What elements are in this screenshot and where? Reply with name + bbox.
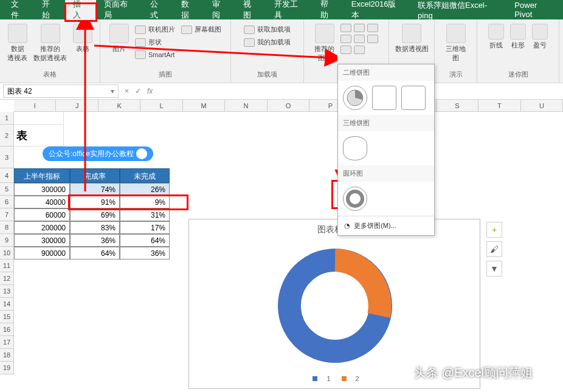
row-6[interactable]: 6 — [0, 196, 14, 208]
chevron-down-icon[interactable]: ▾ — [111, 87, 114, 95]
row-7[interactable]: 7 — [0, 208, 14, 221]
row-4[interactable]: 4 — [0, 168, 14, 183]
chart-title[interactable]: 图表标题 — [189, 219, 480, 235]
recommended-charts-button[interactable]: 推荐的 图表 — [314, 24, 334, 63]
embedded-chart[interactable]: 图表标题 1 2 — [188, 219, 480, 389]
screenshot-button[interactable]: 屏幕截图 — [181, 24, 221, 35]
row-11[interactable]: 11 — [0, 260, 14, 272]
table-button[interactable]: 表格 — [73, 24, 92, 53]
th-incomplete: 未完成 — [120, 168, 170, 183]
group-addins-label: 加载项 — [257, 70, 277, 81]
pie-chart-icon[interactable] — [354, 35, 365, 43]
name-box[interactable]: 图表 42 ▾ — [3, 84, 119, 98]
chart-styles-button[interactable]: 🖌 — [486, 241, 502, 257]
svg-point-1 — [348, 191, 362, 206]
row-18[interactable]: 18 — [0, 349, 14, 362]
pie-3d-option[interactable] — [343, 136, 367, 160]
th-index: 上半年指标 — [14, 168, 70, 183]
legend-1-swatch — [313, 376, 317, 381]
fx-icon[interactable]: fx — [147, 87, 153, 95]
recommended-pivot-button[interactable]: 推荐的 数据透视表 — [33, 24, 67, 63]
enter-icon[interactable]: ✓ — [135, 87, 141, 95]
pivot-chart-button[interactable]: 数据透视图 — [395, 24, 429, 53]
row-15[interactable]: 15 — [0, 311, 14, 323]
col-L[interactable]: L — [140, 100, 182, 111]
pivot-table-button[interactable]: 数据 透视表 — [7, 24, 27, 63]
col-U[interactable]: U — [521, 100, 563, 111]
more-pies-option[interactable]: ◔ 更多饼图(M)... — [338, 216, 434, 235]
row-19[interactable]: 19 — [0, 362, 14, 374]
formula-bar: 图表 42 ▾ × ✓ fx — [0, 83, 563, 100]
pie-2d-option[interactable] — [343, 86, 367, 110]
c-5-3[interactable]: 26% — [120, 183, 170, 196]
group-tables-label: 表格 — [43, 70, 57, 81]
smartart-button[interactable]: SmartArt — [135, 49, 175, 60]
th-complete: 完成率 — [70, 168, 120, 183]
row-12[interactable]: 12 — [0, 272, 14, 285]
row-13[interactable]: 13 — [0, 285, 14, 298]
legend-2-swatch — [342, 376, 347, 381]
ribbon: 数据 透视表 推荐的 数据透视表 表格 表格 图片 联机图片 形状 SmartA… — [0, 19, 563, 83]
pie-icon: ◔ — [344, 222, 350, 229]
col-M[interactable]: M — [183, 100, 225, 111]
chart-elements-button[interactable]: + — [486, 222, 502, 238]
bar-chart-icon[interactable] — [340, 24, 351, 32]
sparkline-winloss-button[interactable]: 盈亏 — [532, 24, 548, 50]
menubar: 文件 开始 插入 页面布局 公式 数据 审阅 视图 开发工具 帮助 Excel2… — [0, 0, 563, 19]
line-chart-icon[interactable] — [354, 24, 365, 32]
c-5-2[interactable]: 74% — [70, 183, 120, 196]
picture-button[interactable]: 图片 — [109, 24, 129, 53]
row-8[interactable]: 8 — [0, 221, 14, 234]
avatar-icon — [136, 148, 147, 159]
section-donut: 圆环图 — [338, 165, 434, 182]
shapes-button[interactable]: 形状 — [135, 36, 175, 48]
watermark: 头条 @Excel顾问萍姐 — [414, 365, 533, 381]
row-17[interactable]: 17 — [0, 336, 14, 349]
col-O[interactable]: O — [268, 100, 309, 111]
group-illustrations-label: 插图 — [159, 70, 172, 81]
col-S[interactable]: S — [437, 100, 478, 111]
chart-filters-button[interactable]: ▼ — [486, 261, 502, 277]
row-3[interactable]: 3 — [0, 146, 14, 168]
donut-chart — [274, 245, 396, 366]
row-16[interactable]: 16 — [0, 323, 14, 336]
chart-side-tools: + 🖌 ▼ — [486, 222, 502, 277]
pie-chart-menu: 二维饼图 三维饼图 圆环图 ◔ 更多饼图(M)... — [337, 64, 435, 236]
area-chart-icon[interactable] — [340, 35, 351, 43]
sparkline-line-button[interactable]: 折线 — [488, 24, 504, 50]
sparkline-column-button[interactable]: 柱形 — [510, 24, 526, 50]
row-2[interactable]: 2 — [0, 125, 14, 146]
donut-option[interactable] — [343, 187, 367, 211]
row-9[interactable]: 9 — [0, 234, 14, 247]
online-pic-button[interactable]: 联机图片 — [135, 24, 175, 35]
row-1[interactable]: 1 — [0, 112, 14, 125]
author-badge: 公众号:office实用办公教程 — [43, 146, 153, 161]
col-I[interactable]: I — [14, 100, 56, 111]
stock-chart-icon[interactable] — [340, 46, 351, 54]
map3d-button[interactable]: 三维地 图 — [446, 24, 466, 63]
my-addins-button[interactable]: 我的加载项 — [244, 36, 291, 48]
c-5-1[interactable]: 300000 — [14, 183, 70, 196]
column-headers: I J K L M N O P Q R S T U — [14, 100, 563, 112]
col-N[interactable]: N — [225, 100, 267, 111]
col-J[interactable]: J — [56, 100, 98, 111]
sheet-title: 表 — [14, 125, 64, 146]
row-5[interactable]: 5 — [0, 183, 14, 196]
get-addins-button[interactable]: 获取加载项 — [244, 24, 291, 35]
section-2d-pie: 二维饼图 — [338, 64, 434, 81]
cancel-icon[interactable]: × — [125, 87, 129, 95]
section-3d-pie: 三维饼图 — [338, 115, 434, 131]
col-K[interactable]: K — [98, 100, 140, 111]
row-10[interactable]: 10 — [0, 247, 14, 260]
scatter-chart-icon[interactable] — [354, 46, 365, 54]
column-chart-icon[interactable] — [367, 24, 378, 32]
row-14[interactable]: 14 — [0, 298, 14, 311]
group-tours-label: 演示 — [449, 70, 463, 81]
pie-exploded-option[interactable] — [372, 86, 396, 110]
bar-of-pie-option[interactable] — [401, 86, 426, 110]
col-T[interactable]: T — [478, 100, 520, 111]
group-sparklines-label: 迷你图 — [508, 70, 528, 81]
radar-chart-icon[interactable] — [367, 35, 378, 43]
